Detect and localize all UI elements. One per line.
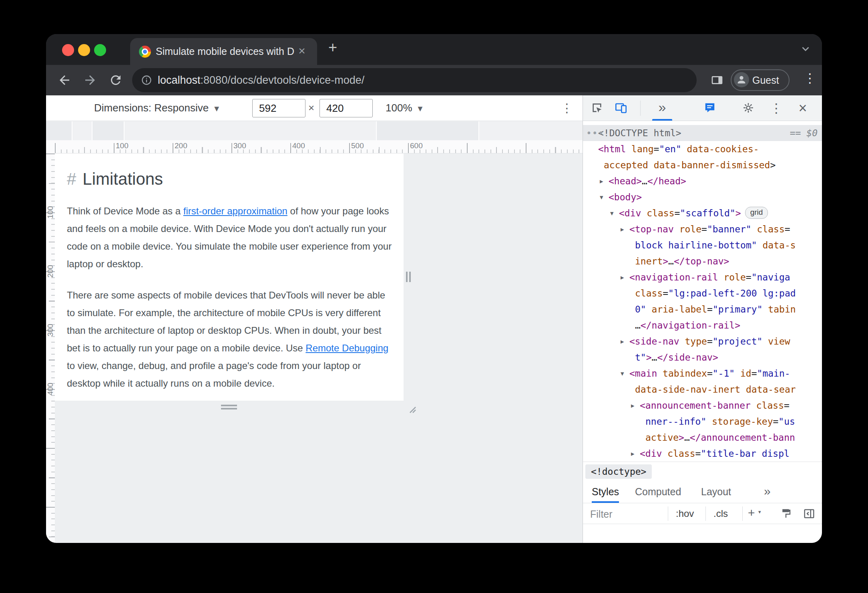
chrome-favicon-icon <box>139 46 151 58</box>
close-window-button[interactable] <box>62 44 74 56</box>
browser-menu-icon[interactable]: ⋮ <box>804 71 816 86</box>
dimensions-dropdown[interactable]: Dimensions: Responsive▼ <box>94 95 221 121</box>
page-title: #Limitations <box>67 169 393 189</box>
collapse-arrow-icon[interactable]: ▾ <box>600 189 603 205</box>
breakpoint-preset[interactable] <box>46 121 72 140</box>
dom-tree-row[interactable]: ▾<main tabindex="-1" id="main- <box>583 365 822 381</box>
dom-tree-row[interactable]: accepted data-banner-dismissed> <box>583 157 822 173</box>
back-icon[interactable] <box>57 73 72 87</box>
breakpoint-preset[interactable] <box>377 121 478 140</box>
viewport-height-input[interactable] <box>319 99 373 117</box>
tab-computed[interactable]: Computed <box>635 481 681 503</box>
toggle-sidebar-icon[interactable] <box>803 508 815 520</box>
expand-arrow-icon[interactable]: ▸ <box>631 397 635 413</box>
dom-tree-row[interactable]: ▾<div class="scaffold">grid <box>583 205 822 221</box>
settings-gear-icon[interactable] <box>741 102 755 115</box>
new-style-rule-icon[interactable]: + <box>748 503 755 524</box>
forward-icon[interactable] <box>83 73 97 87</box>
site-info-icon[interactable] <box>141 75 152 87</box>
dom-tree-row[interactable]: ▸<navigation-rail role="naviga <box>583 269 822 285</box>
profile-name: Guest <box>752 70 779 90</box>
expand-arrow-icon[interactable]: ▸ <box>621 269 624 285</box>
breakpoint-preset[interactable] <box>92 121 124 140</box>
simulated-page-viewport: #Limitations Think of Device Mode as a f… <box>55 153 404 401</box>
devtools-toolbar: » ⋮ × <box>583 95 822 121</box>
tab-layout[interactable]: Layout <box>701 481 731 503</box>
expand-arrow-icon[interactable]: ▸ <box>621 333 624 349</box>
dom-tree-row[interactable]: nner--info" storage-key="us <box>583 413 822 430</box>
dom-tree-row[interactable]: •••<!DOCTYPE html>== $0 <box>583 125 822 141</box>
dimensions-label: Dimensions: Responsive <box>94 102 209 114</box>
expand-arrow-icon[interactable]: ▸ <box>621 221 624 237</box>
inspect-element-icon[interactable] <box>590 101 604 115</box>
address-bar[interactable]: localhost:8080/docs/devtools/device-mode… <box>132 68 697 92</box>
viewport-resize-handle-corner[interactable] <box>406 403 416 415</box>
dom-tree-row[interactable]: ▸<div class="title-bar displ <box>583 446 822 462</box>
dom-tree-row[interactable]: ▸<head>…</head> <box>583 173 822 189</box>
devtools-menu-icon[interactable]: ⋮ <box>770 101 783 115</box>
collapse-arrow-icon[interactable]: ▾ <box>621 365 624 381</box>
minimize-window-button[interactable] <box>78 44 90 56</box>
content-area: Dimensions: Responsive▼ × 100%▼ ⋮ <box>46 95 822 543</box>
heading-anchor-marker[interactable]: # <box>67 169 76 188</box>
dom-tree-row[interactable]: data-side-nav-inert data-sear <box>583 381 822 397</box>
dom-tree-row[interactable]: 0" aria-label="primary" tabin <box>583 301 822 317</box>
styles-filter-input[interactable] <box>589 506 663 522</box>
breakpoint-preset[interactable] <box>72 121 92 140</box>
side-panel-icon[interactable] <box>711 74 723 88</box>
tab-styles[interactable]: Styles <box>592 481 619 503</box>
dom-tree-row[interactable]: block hairline-bottom" data-s <box>583 237 822 253</box>
dom-tree-row[interactable]: inert>…</top-nav> <box>583 253 822 269</box>
breadcrumb-item-doctype[interactable]: <!doctype> <box>585 464 652 479</box>
ruler-label: 200 <box>46 259 55 283</box>
new-tab-button[interactable]: + <box>325 40 340 56</box>
feedback-chat-icon[interactable] <box>703 102 717 115</box>
expand-arrow-icon[interactable]: ▸ <box>631 446 635 462</box>
viewport-resize-handle-bottom[interactable] <box>221 405 237 410</box>
ruler-label: 100 <box>46 200 55 224</box>
ruler-label: 400 <box>292 141 305 150</box>
toolbar-divider <box>668 506 668 521</box>
grid-badge[interactable]: grid <box>745 207 768 219</box>
zoom-dropdown[interactable]: 100%▼ <box>386 95 424 121</box>
more-tabs-icon[interactable]: » <box>764 481 771 503</box>
devtools-close-icon[interactable]: × <box>796 101 810 115</box>
dom-tree-row[interactable]: class="lg:pad-left-200 lg:pad <box>583 285 822 301</box>
device-toolbar-menu-icon[interactable]: ⋮ <box>561 101 573 115</box>
reload-icon[interactable] <box>108 73 123 87</box>
tab-close-icon[interactable]: × <box>295 45 308 58</box>
breakpoint-preset[interactable] <box>125 121 376 140</box>
horizontal-ruler: 100 200 300 400 500 600 <box>55 140 583 153</box>
viewport-resize-handle-right[interactable] <box>406 272 412 282</box>
overflow-dots[interactable]: ••• <box>586 125 604 141</box>
toolbar-divider <box>705 506 706 521</box>
device-toolbar: Dimensions: Responsive▼ × 100%▼ ⋮ <box>46 95 583 121</box>
toggle-element-state-button[interactable]: :hov <box>676 503 694 524</box>
dom-tree-row[interactable]: <html lang="en" data-cookies- <box>583 141 822 157</box>
first-order-approximation-link[interactable]: first-order approximation <box>183 206 287 216</box>
active-panel-underline <box>652 119 672 121</box>
dom-tree-row[interactable]: ▾<body> <box>583 189 822 205</box>
dom-tree-row[interactable]: ▸<announcement-banner class= <box>583 397 822 413</box>
paint-roller-icon[interactable] <box>780 508 792 520</box>
dom-tree-row[interactable]: t">…</side-nav> <box>583 349 822 365</box>
viewport-width-input[interactable] <box>252 99 305 117</box>
dom-tree-row[interactable]: …</navigation-rail> <box>583 317 822 333</box>
more-panels-icon[interactable]: » <box>654 95 670 120</box>
dom-tree-row[interactable]: ▸<side-nav type="project" view <box>583 333 822 349</box>
url-text: localhost:8080/docs/devtools/device-mode… <box>158 68 364 92</box>
collapse-arrow-icon[interactable]: ▾ <box>610 205 614 221</box>
device-toolbar-toggle-icon[interactable] <box>614 101 628 115</box>
tab-search-chevron-icon[interactable] <box>800 43 812 56</box>
breakpoint-preset[interactable] <box>479 121 583 140</box>
dom-tree-row[interactable]: active>…</announcement-bann <box>583 430 822 446</box>
expand-arrow-icon[interactable]: ▸ <box>600 173 603 189</box>
zoom-window-button[interactable] <box>94 44 106 56</box>
profile-chip[interactable]: Guest <box>731 69 790 91</box>
avatar <box>734 72 749 87</box>
browser-tab[interactable]: Simulate mobile devices with D × <box>130 38 317 65</box>
remote-debugging-link[interactable]: Remote Debugging <box>305 343 388 353</box>
ruler-label: 100 <box>116 141 129 150</box>
element-classes-button[interactable]: .cls <box>713 503 728 524</box>
dom-tree-row[interactable]: ▸<top-nav role="banner" class= <box>583 221 822 237</box>
